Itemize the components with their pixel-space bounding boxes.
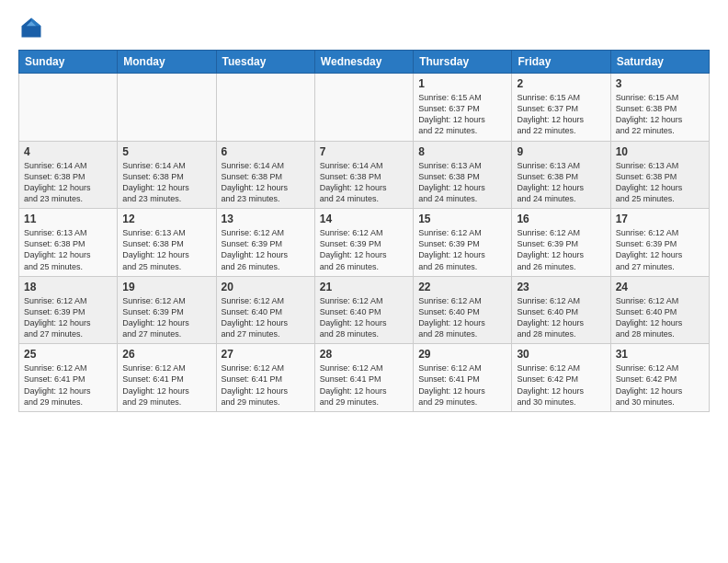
calendar-cell: 3Sunrise: 6:15 AM Sunset: 6:38 PM Daylig… (610, 74, 709, 142)
day-number: 3 (616, 77, 704, 90)
day-info: Sunrise: 6:14 AM Sunset: 6:38 PM Dayligh… (222, 160, 310, 205)
day-number: 9 (517, 145, 605, 158)
day-number: 2 (517, 77, 605, 90)
day-info: Sunrise: 6:12 AM Sunset: 6:40 PM Dayligh… (616, 295, 704, 340)
weekday-header: Wednesday (314, 51, 413, 74)
day-info: Sunrise: 6:12 AM Sunset: 6:42 PM Dayligh… (616, 362, 704, 408)
day-info: Sunrise: 6:13 AM Sunset: 6:38 PM Dayligh… (122, 227, 210, 272)
calendar-cell: 25Sunrise: 6:12 AM Sunset: 6:41 PM Dayli… (19, 344, 118, 412)
day-number: 20 (222, 281, 310, 293)
calendar-week-row: 25Sunrise: 6:12 AM Sunset: 6:41 PM Dayli… (19, 344, 710, 412)
calendar-cell: 1Sunrise: 6:15 AM Sunset: 6:37 PM Daylig… (414, 74, 512, 142)
day-number: 28 (320, 348, 408, 361)
calendar-week-row: 4Sunrise: 6:14 AM Sunset: 6:38 PM Daylig… (19, 141, 710, 209)
calendar-cell: 9Sunrise: 6:13 AM Sunset: 6:38 PM Daylig… (512, 141, 610, 209)
calendar-cell: 7Sunrise: 6:14 AM Sunset: 6:38 PM Daylig… (314, 141, 413, 209)
calendar-cell: 15Sunrise: 6:12 AM Sunset: 6:39 PM Dayli… (414, 209, 512, 277)
day-info: Sunrise: 6:12 AM Sunset: 6:39 PM Dayligh… (517, 227, 605, 272)
day-info: Sunrise: 6:14 AM Sunset: 6:38 PM Dayligh… (122, 160, 210, 205)
day-info: Sunrise: 6:14 AM Sunset: 6:38 PM Dayligh… (320, 160, 408, 205)
weekday-header: Friday (512, 51, 610, 74)
calendar-cell: 24Sunrise: 6:12 AM Sunset: 6:40 PM Dayli… (610, 276, 709, 344)
day-info: Sunrise: 6:12 AM Sunset: 6:39 PM Dayligh… (320, 227, 408, 272)
day-info: Sunrise: 6:12 AM Sunset: 6:41 PM Dayligh… (418, 362, 506, 408)
calendar-cell: 29Sunrise: 6:12 AM Sunset: 6:41 PM Dayli… (414, 344, 512, 412)
calendar-cell: 21Sunrise: 6:12 AM Sunset: 6:40 PM Dayli… (314, 276, 413, 344)
calendar-cell: 20Sunrise: 6:12 AM Sunset: 6:40 PM Dayli… (216, 276, 314, 344)
day-number: 8 (418, 145, 506, 158)
day-info: Sunrise: 6:12 AM Sunset: 6:40 PM Dayligh… (418, 295, 506, 340)
day-info: Sunrise: 6:15 AM Sunset: 6:38 PM Dayligh… (616, 92, 704, 137)
calendar-cell: 22Sunrise: 6:12 AM Sunset: 6:40 PM Dayli… (414, 276, 512, 344)
calendar-table: SundayMondayTuesdayWednesdayThursdayFrid… (18, 50, 710, 412)
day-number: 13 (222, 213, 310, 225)
day-number: 21 (320, 281, 408, 293)
day-number: 14 (320, 213, 408, 225)
day-number: 4 (24, 145, 112, 158)
page: SundayMondayTuesdayWednesdayThursdayFrid… (0, 0, 728, 427)
day-number: 7 (320, 145, 408, 158)
calendar-week-row: 18Sunrise: 6:12 AM Sunset: 6:39 PM Dayli… (19, 276, 710, 344)
calendar-cell: 31Sunrise: 6:12 AM Sunset: 6:42 PM Dayli… (610, 344, 709, 412)
calendar-cell: 19Sunrise: 6:12 AM Sunset: 6:39 PM Dayli… (118, 276, 216, 344)
day-number: 17 (616, 213, 704, 225)
weekday-header: Monday (118, 51, 216, 74)
day-info: Sunrise: 6:13 AM Sunset: 6:38 PM Dayligh… (24, 227, 112, 272)
header (18, 15, 710, 40)
day-info: Sunrise: 6:12 AM Sunset: 6:41 PM Dayligh… (320, 362, 408, 408)
day-info: Sunrise: 6:12 AM Sunset: 6:39 PM Dayligh… (24, 295, 112, 340)
day-number: 31 (616, 348, 704, 361)
calendar-cell: 23Sunrise: 6:12 AM Sunset: 6:40 PM Dayli… (512, 276, 610, 344)
day-info: Sunrise: 6:12 AM Sunset: 6:40 PM Dayligh… (517, 295, 605, 340)
day-info: Sunrise: 6:12 AM Sunset: 6:39 PM Dayligh… (616, 227, 704, 272)
calendar-cell: 14Sunrise: 6:12 AM Sunset: 6:39 PM Dayli… (314, 209, 413, 277)
day-number: 1 (418, 77, 506, 90)
calendar-cell (216, 74, 314, 142)
day-number: 10 (616, 145, 704, 158)
calendar-cell: 27Sunrise: 6:12 AM Sunset: 6:41 PM Dayli… (216, 344, 314, 412)
day-info: Sunrise: 6:12 AM Sunset: 6:40 PM Dayligh… (222, 295, 310, 340)
day-info: Sunrise: 6:13 AM Sunset: 6:38 PM Dayligh… (418, 160, 506, 205)
day-info: Sunrise: 6:12 AM Sunset: 6:39 PM Dayligh… (222, 227, 310, 272)
day-info: Sunrise: 6:12 AM Sunset: 6:41 PM Dayligh… (222, 362, 310, 408)
day-number: 12 (122, 213, 210, 225)
day-number: 18 (24, 281, 112, 293)
day-number: 15 (418, 213, 506, 225)
weekday-header: Sunday (19, 51, 118, 74)
calendar-cell: 28Sunrise: 6:12 AM Sunset: 6:41 PM Dayli… (314, 344, 413, 412)
day-info: Sunrise: 6:12 AM Sunset: 6:39 PM Dayligh… (418, 227, 506, 272)
day-info: Sunrise: 6:15 AM Sunset: 6:37 PM Dayligh… (517, 92, 605, 137)
calendar-cell: 2Sunrise: 6:15 AM Sunset: 6:37 PM Daylig… (512, 74, 610, 142)
day-number: 19 (122, 281, 210, 293)
logo (18, 15, 46, 40)
day-number: 24 (616, 281, 704, 293)
day-info: Sunrise: 6:13 AM Sunset: 6:38 PM Dayligh… (616, 160, 704, 205)
day-info: Sunrise: 6:13 AM Sunset: 6:38 PM Dayligh… (517, 160, 605, 205)
day-number: 11 (24, 213, 112, 225)
calendar-header-row: SundayMondayTuesdayWednesdayThursdayFrid… (19, 51, 710, 74)
day-number: 30 (517, 348, 605, 361)
logo-icon (18, 15, 44, 40)
day-info: Sunrise: 6:12 AM Sunset: 6:41 PM Dayligh… (122, 362, 210, 408)
calendar-cell: 13Sunrise: 6:12 AM Sunset: 6:39 PM Dayli… (216, 209, 314, 277)
calendar-cell: 17Sunrise: 6:12 AM Sunset: 6:39 PM Dayli… (610, 209, 709, 277)
day-number: 26 (122, 348, 210, 361)
day-info: Sunrise: 6:15 AM Sunset: 6:37 PM Dayligh… (418, 92, 506, 137)
day-number: 29 (418, 348, 506, 361)
day-info: Sunrise: 6:14 AM Sunset: 6:38 PM Dayligh… (24, 160, 112, 205)
calendar-cell: 30Sunrise: 6:12 AM Sunset: 6:42 PM Dayli… (512, 344, 610, 412)
weekday-header: Saturday (610, 51, 709, 74)
calendar-week-row: 11Sunrise: 6:13 AM Sunset: 6:38 PM Dayli… (19, 209, 710, 277)
day-number: 27 (222, 348, 310, 361)
calendar-cell: 11Sunrise: 6:13 AM Sunset: 6:38 PM Dayli… (19, 209, 118, 277)
day-number: 5 (122, 145, 210, 158)
calendar-cell: 5Sunrise: 6:14 AM Sunset: 6:38 PM Daylig… (118, 141, 216, 209)
calendar-cell (118, 74, 216, 142)
day-number: 23 (517, 281, 605, 293)
calendar-cell (314, 74, 413, 142)
calendar-cell: 26Sunrise: 6:12 AM Sunset: 6:41 PM Dayli… (118, 344, 216, 412)
calendar-cell: 6Sunrise: 6:14 AM Sunset: 6:38 PM Daylig… (216, 141, 314, 209)
calendar-cell: 12Sunrise: 6:13 AM Sunset: 6:38 PM Dayli… (118, 209, 216, 277)
calendar-cell: 10Sunrise: 6:13 AM Sunset: 6:38 PM Dayli… (610, 141, 709, 209)
calendar-cell: 4Sunrise: 6:14 AM Sunset: 6:38 PM Daylig… (19, 141, 118, 209)
